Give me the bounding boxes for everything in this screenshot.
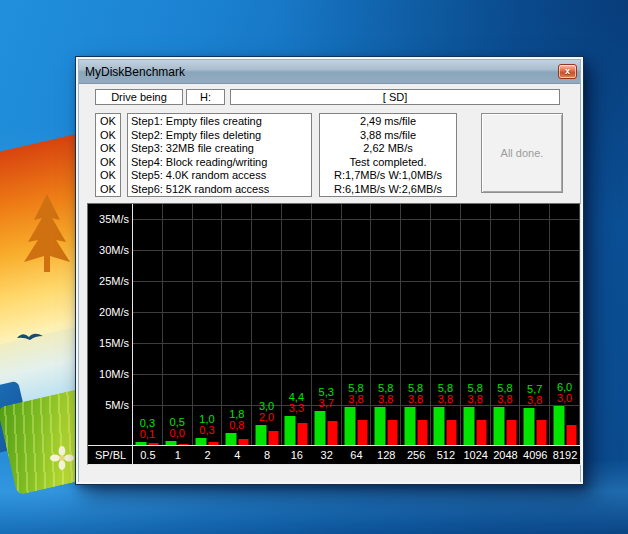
chart-column: 5,83,8 [342, 204, 372, 445]
write-bar [387, 420, 397, 445]
y-axis-line [132, 204, 133, 464]
x-axis-strip: SP/BL 0.51248163264128256512102420484096… [88, 445, 580, 464]
step-row: Step1: Empty files creating [131, 115, 311, 129]
write-bar [208, 442, 218, 445]
read-bar [344, 407, 355, 445]
horizontal-gridline [133, 374, 580, 375]
bar-pair [553, 406, 576, 445]
bar-value-labels: 5,83,8 [468, 383, 483, 405]
write-bar [298, 423, 308, 445]
bar-pair [166, 441, 189, 445]
x-axis-tick-label: 0.5 [133, 446, 163, 464]
read-bar [434, 407, 445, 445]
y-axis-tick-label: 25M/s [88, 275, 129, 287]
tree-icon [16, 194, 78, 272]
bar-value-labels: 5,83,8 [408, 383, 423, 405]
desktop-wallpaper: MyDiskBenchmark x Drive being H: [ SD] O… [0, 0, 628, 534]
bar-value-labels: 5,83,8 [348, 383, 363, 405]
horizontal-gridline [133, 219, 580, 220]
bar-pair [225, 433, 248, 445]
y-axis-tick-label: 20M/s [88, 306, 129, 318]
chart-columns: 0,30,10,50,01,00,31,80,83,02,04,43,35,33… [133, 204, 580, 445]
read-bar [136, 442, 147, 445]
write-value-label: 3,8 [527, 395, 542, 406]
app-window: MyDiskBenchmark x Drive being H: [ SD] O… [75, 56, 584, 485]
result-line: 2,62 MB/s [320, 142, 456, 156]
x-axis-tick-label: 8 [252, 446, 282, 464]
write-bar [506, 420, 516, 445]
bar-pair [344, 407, 367, 445]
bar-pair [464, 407, 487, 445]
read-bar [374, 407, 385, 445]
write-bar [149, 443, 159, 445]
flower-icon [50, 446, 74, 470]
y-axis-tick-label: 5M/s [88, 399, 129, 411]
x-axis-tick-label: 1024 [461, 446, 491, 464]
bar-pair [195, 438, 218, 445]
bar-pair [404, 407, 427, 445]
step-row: Step5: 4.0K random access [131, 169, 311, 183]
result-line: 2,49 ms/file [320, 115, 456, 129]
write-bar [357, 420, 367, 445]
horizontal-gridline [133, 312, 580, 313]
x-axis-tick-label: 512 [431, 446, 461, 464]
status-ok-row: OK [100, 169, 120, 183]
bar-value-labels: 5,33,7 [319, 387, 334, 409]
bird-icon [16, 330, 44, 344]
bar-value-labels: 1,00,3 [199, 414, 214, 436]
write-value-label: 3,8 [348, 394, 363, 405]
horizontal-gridline [133, 250, 580, 251]
result-line: 3,88 ms/file [320, 129, 456, 143]
bar-pair [493, 407, 516, 445]
x-axis-tick-label: 256 [401, 446, 431, 464]
result-line: Test completed. [320, 156, 456, 170]
chart-column: 0,30,1 [133, 204, 163, 445]
read-bar [523, 408, 534, 445]
bar-value-labels: 5,83,8 [378, 383, 393, 405]
read-bar [195, 438, 206, 445]
bar-pair [434, 407, 457, 445]
x-axis-tick-label: 32 [312, 446, 342, 464]
close-icon: x [565, 67, 570, 76]
read-bar [285, 416, 296, 445]
results-panel: 2,49 ms/file3,88 ms/file2,62 MB/sTest co… [319, 113, 457, 197]
x-axis-tick-label: 2 [193, 446, 223, 464]
x-axis-title: SP/BL [88, 446, 133, 464]
write-bar [417, 420, 427, 445]
chart-column: 4,43,3 [282, 204, 312, 445]
volume-label-field: [ SD] [230, 89, 560, 105]
bar-value-labels: 5,83,8 [497, 383, 512, 405]
x-axis-tick-label: 64 [342, 446, 372, 464]
write-bar [238, 439, 248, 445]
read-bar [255, 425, 266, 445]
bar-value-labels: 0,30,1 [140, 418, 155, 440]
step-row: Step3: 32MB file creating [131, 142, 311, 156]
y-axis-tick-label: 15M/s [88, 337, 129, 349]
x-axis-tick-label: 16 [282, 446, 312, 464]
chart-column: 3,02,0 [252, 204, 282, 445]
read-bar [315, 411, 326, 445]
write-value-label: 0,0 [170, 428, 185, 439]
result-line: R:1,7MB/s W:1,0MB/s [320, 169, 456, 183]
status-ok-row: OK [100, 183, 120, 197]
x-axis-tick-label: 4096 [520, 446, 550, 464]
chart-column: 1,80,8 [222, 204, 252, 445]
write-bar [179, 444, 189, 445]
chart-plot-area: SP/BL 0.51248163264128256512102420484096… [88, 204, 580, 464]
bar-pair [374, 407, 397, 445]
write-value-label: 3,8 [378, 394, 393, 405]
chart-column: 5,83,8 [371, 204, 401, 445]
window-client-area: Drive being H: [ SD] OKOKOKOKOKOK Step1:… [79, 84, 580, 482]
bar-value-labels: 5,73,8 [527, 384, 542, 406]
read-bar [166, 441, 177, 445]
bar-pair [523, 408, 546, 445]
x-axis-tick-label: 8192 [550, 446, 580, 464]
chart-column: 5,83,8 [431, 204, 461, 445]
chart-column: 5,83,8 [491, 204, 521, 445]
all-done-button[interactable]: All done. [481, 113, 563, 193]
close-button[interactable]: x [558, 64, 577, 79]
x-axis-tick-label: 128 [371, 446, 401, 464]
titlebar[interactable]: MyDiskBenchmark x [79, 60, 580, 84]
step-row: Step4: Block reading/writing [131, 156, 311, 170]
chart-column: 1,00,3 [193, 204, 223, 445]
